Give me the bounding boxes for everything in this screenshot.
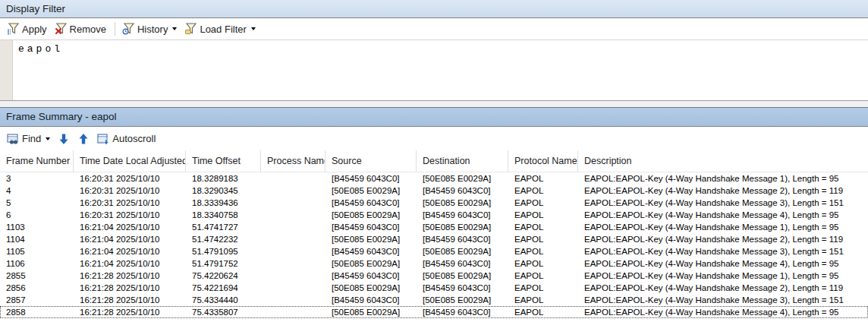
table-row[interactable]: 110616:21:04 2025/10/1051.4791752[50E085… (0, 257, 868, 270)
cell-process-name (261, 257, 326, 270)
cell-destination: [B45459 6043C0] (417, 209, 508, 221)
cell-destination: [B45459 6043C0] (417, 282, 508, 294)
cell-source: [50E085 E0029A] (326, 257, 417, 270)
cell-destination: [B45459 6043C0] (417, 306, 508, 318)
cell-description: EAPOL:EAPOL-Key (4-Way Handshake Message… (578, 257, 868, 270)
column-header-destination[interactable]: Destination (417, 150, 508, 172)
cell-time-offset: 18.3290345 (186, 185, 261, 197)
table-row[interactable]: 110316:21:04 2025/10/1051.4741727[B45459… (0, 221, 868, 233)
cell-destination: [50E085 E0029A] (417, 294, 508, 306)
apply-filter-button[interactable]: Apply (4, 21, 52, 36)
column-header-process-name[interactable]: Process Name (261, 150, 326, 172)
cell-time-offset: 75.4220624 (186, 270, 261, 282)
pane-splitter[interactable] (0, 101, 868, 107)
cell-description: EAPOL:EAPOL-Key (4-Way Handshake Message… (578, 185, 868, 197)
table-row[interactable]: 110516:21:04 2025/10/1051.4791095[B45459… (0, 245, 868, 257)
apply-filter-icon (7, 23, 19, 35)
filter-history-icon (122, 23, 134, 35)
cell-source: [B45459 6043C0] (326, 172, 417, 185)
filter-editor[interactable]: eapol (0, 40, 868, 101)
column-header-frame-number[interactable]: Frame Number (0, 150, 74, 172)
table-row[interactable]: 416:20:31 2025/10/1018.3290345[50E085 E0… (0, 185, 868, 197)
cell-source: [50E085 E0029A] (326, 209, 417, 221)
cell-destination: [50E085 E0029A] (417, 172, 508, 185)
column-header-time-date-local-adjusted[interactable]: Time Date Local Adjusted (74, 150, 186, 172)
cell-protocol-name: EAPOL (508, 221, 578, 233)
display-filter-toolbar: Apply Remove History (0, 18, 868, 40)
frame-summary-title-label: Frame Summary - eapol (6, 111, 117, 122)
cell-time-offset: 18.3289183 (186, 172, 261, 185)
load-filter-icon (184, 23, 197, 35)
table-header-row: Frame NumberTime Date Local AdjustedTime… (0, 150, 868, 172)
frame-summary-toolbar: Find Autoscroll (0, 127, 868, 150)
cell-source: [50E085 E0029A] (326, 185, 417, 197)
cell-description: EAPOL:EAPOL-Key (4-Way Handshake Message… (578, 270, 868, 282)
table-row[interactable]: 285616:21:28 2025/10/1075.4221694[50E085… (0, 282, 868, 294)
cell-frame-number: 2857 (0, 294, 74, 306)
cell-description: EAPOL:EAPOL-Key (4-Way Handshake Message… (578, 245, 868, 257)
cell-process-name (261, 294, 326, 306)
cell-description: EAPOL:EAPOL-Key (4-Way Handshake Message… (578, 209, 868, 221)
filter-expression-text[interactable]: eapol (13, 40, 868, 100)
cell-protocol-name: EAPOL (508, 172, 578, 185)
remove-filter-button[interactable]: Remove (52, 21, 111, 36)
cell-time-date-local-adjusted: 16:21:04 2025/10/10 (74, 245, 186, 257)
cell-source: [B45459 6043C0] (326, 245, 417, 257)
cell-time-date-local-adjusted: 16:20:31 2025/10/10 (74, 209, 186, 221)
column-header-description[interactable]: Description (578, 150, 868, 172)
filter-history-button[interactable]: History (119, 21, 181, 36)
cell-frame-number: 1105 (0, 245, 74, 257)
cell-frame-number: 2858 (0, 306, 74, 318)
table-row[interactable]: 516:20:31 2025/10/1018.3339436[B45459 60… (0, 197, 868, 209)
cell-process-name (261, 185, 326, 197)
cell-process-name (261, 270, 326, 282)
load-filter-button[interactable]: Load Filter (181, 21, 259, 36)
chevron-down-icon (172, 27, 177, 30)
cell-time-date-local-adjusted: 16:20:31 2025/10/10 (74, 185, 186, 197)
cell-source: [B45459 6043C0] (326, 270, 417, 282)
table-row[interactable]: 316:20:31 2025/10/1018.3289183[B45459 60… (0, 172, 868, 185)
cell-process-name (261, 209, 326, 221)
find-next-button[interactable] (55, 131, 74, 147)
cell-source: [B45459 6043C0] (326, 294, 417, 306)
cell-time-date-local-adjusted: 16:21:04 2025/10/10 (74, 257, 186, 270)
cell-protocol-name: EAPOL (508, 245, 578, 257)
table-row[interactable]: 285516:21:28 2025/10/1075.4220624[B45459… (0, 270, 868, 282)
cell-frame-number: 3 (0, 172, 74, 185)
autoscroll-label: Autoscroll (112, 133, 156, 144)
load-filter-label: Load Filter (200, 24, 246, 35)
cell-time-date-local-adjusted: 16:21:04 2025/10/10 (74, 233, 186, 245)
column-header-source[interactable]: Source (326, 150, 417, 172)
table-row[interactable]: 616:20:31 2025/10/1018.3340758[50E085 E0… (0, 209, 868, 221)
chevron-down-icon (251, 27, 256, 30)
cell-source: [50E085 E0029A] (326, 282, 417, 294)
next-frame-icon (58, 133, 70, 145)
frame-summary-grid: Frame NumberTime Date Local AdjustedTime… (0, 150, 868, 322)
cell-frame-number: 5 (0, 197, 74, 209)
table-row[interactable]: 285816:21:28 2025/10/1075.4335807[50E085… (0, 306, 868, 318)
table-row[interactable]: 285716:21:28 2025/10/1075.4334440[B45459… (0, 294, 868, 306)
cell-destination: [50E085 E0029A] (417, 245, 508, 257)
cell-process-name (261, 306, 326, 318)
toolbar-separator (115, 22, 115, 36)
cell-frame-number: 1104 (0, 233, 74, 245)
network-monitor-window: Display Filter Apply Remove (0, 0, 868, 322)
cell-destination: [B45459 6043C0] (417, 257, 508, 270)
cell-description: EAPOL:EAPOL-Key (4-Way Handshake Message… (578, 233, 868, 245)
cell-time-offset: 51.4742232 (186, 233, 261, 245)
cell-source: [50E085 E0029A] (326, 233, 417, 245)
cell-protocol-name: EAPOL (508, 185, 578, 197)
cell-frame-number: 4 (0, 185, 74, 197)
cell-destination: [50E085 E0029A] (417, 270, 508, 282)
find-button[interactable]: Find (4, 131, 55, 147)
autoscroll-button[interactable]: Autoscroll (94, 131, 160, 147)
column-header-protocol-name[interactable]: Protocol Name (508, 150, 578, 172)
cell-description: EAPOL:EAPOL-Key (4-Way Handshake Message… (578, 221, 868, 233)
find-previous-button[interactable] (74, 131, 94, 147)
cell-time-date-local-adjusted: 16:20:31 2025/10/10 (74, 172, 186, 185)
cell-time-offset: 75.4335807 (186, 306, 261, 318)
cell-time-offset: 51.4741727 (186, 221, 261, 233)
column-header-time-offset[interactable]: Time Offset (186, 150, 261, 172)
cell-process-name (261, 233, 326, 245)
table-row[interactable]: 110416:21:04 2025/10/1051.4742232[50E085… (0, 233, 868, 245)
